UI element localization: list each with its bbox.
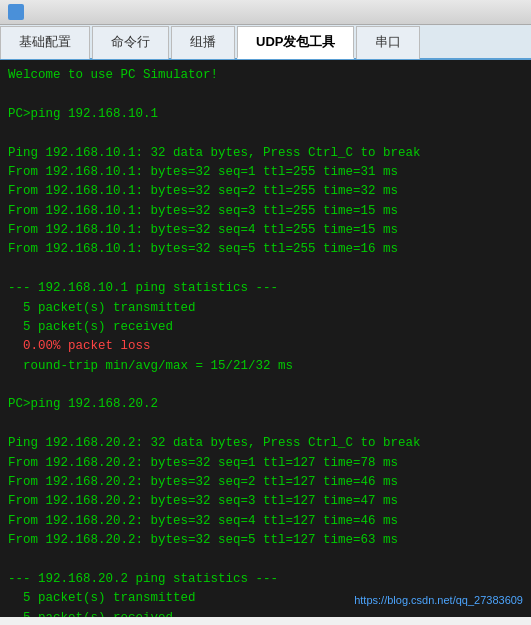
terminal-line: PC>ping 192.168.20.2 [8, 395, 523, 414]
terminal-line: From 192.168.10.1: bytes=32 seq=5 ttl=25… [8, 240, 523, 259]
watermark-link: https://blog.csdn.net/qq_27383609 [354, 592, 523, 609]
terminal-line: Welcome to use PC Simulator! [8, 66, 523, 85]
terminal-line: From 192.168.10.1: bytes=32 seq=1 ttl=25… [8, 163, 523, 182]
terminal-line: Ping 192.168.10.1: 32 data bytes, Press … [8, 144, 523, 163]
terminal-line: Ping 192.168.20.2: 32 data bytes, Press … [8, 434, 523, 453]
terminal-line: From 192.168.10.1: bytes=32 seq=3 ttl=25… [8, 202, 523, 221]
tab-basic[interactable]: 基础配置 [0, 26, 90, 59]
terminal-line [8, 85, 523, 104]
terminal-line: round-trip min/avg/max = 15/21/32 ms [8, 357, 523, 376]
terminal-line [8, 260, 523, 279]
terminal-line: From 192.168.10.1: bytes=32 seq=2 ttl=25… [8, 182, 523, 201]
tab-multicast[interactable]: 组播 [171, 26, 235, 59]
terminal-line: From 192.168.20.2: bytes=32 seq=4 ttl=12… [8, 512, 523, 531]
terminal-window[interactable]: Welcome to use PC Simulator! PC>ping 192… [0, 60, 531, 617]
terminal-line: 5 packet(s) received [8, 318, 523, 337]
terminal-line [8, 550, 523, 569]
tab-udp[interactable]: UDP发包工具 [237, 26, 354, 59]
tab-bar: 基础配置命令行组播UDP发包工具串口 [0, 25, 531, 60]
terminal-line: From 192.168.20.2: bytes=32 seq=3 ttl=12… [8, 492, 523, 511]
terminal-line [8, 376, 523, 395]
terminal-line: PC>ping 192.168.10.1 [8, 105, 523, 124]
terminal-line: From 192.168.20.2: bytes=32 seq=5 ttl=12… [8, 531, 523, 550]
terminal-line: --- 192.168.10.1 ping statistics --- [8, 279, 523, 298]
terminal-line: 5 packet(s) transmitted [8, 299, 523, 318]
pc-icon [8, 4, 24, 20]
terminal-line: From 192.168.10.1: bytes=32 seq=4 ttl=25… [8, 221, 523, 240]
title-bar [0, 0, 531, 25]
tab-serial[interactable]: 串口 [356, 26, 420, 59]
tab-cmd[interactable]: 命令行 [92, 26, 169, 59]
terminal-line: 5 packet(s) received [8, 609, 523, 618]
terminal-line: --- 192.168.20.2 ping statistics --- [8, 570, 523, 589]
terminal-line: From 192.168.20.2: bytes=32 seq=2 ttl=12… [8, 473, 523, 492]
terminal-line [8, 124, 523, 143]
terminal-line: 0.00% packet loss [8, 337, 523, 356]
terminal-line [8, 415, 523, 434]
terminal-line: From 192.168.20.2: bytes=32 seq=1 ttl=12… [8, 454, 523, 473]
